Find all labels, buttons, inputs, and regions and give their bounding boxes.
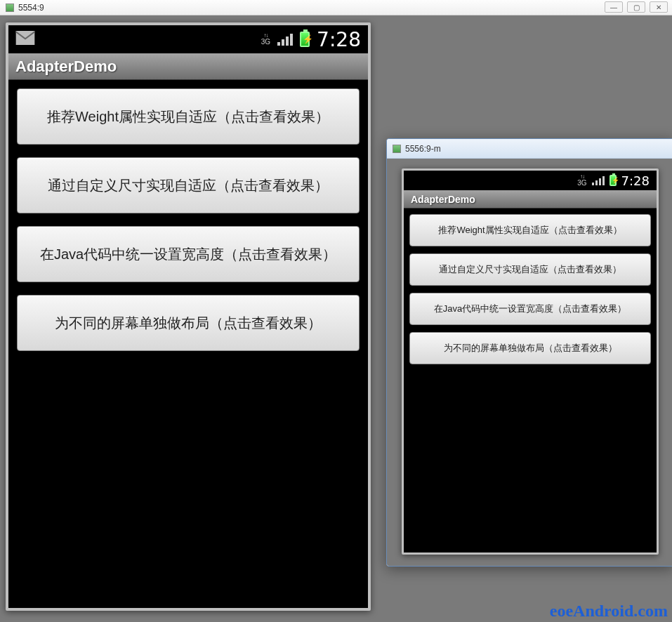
option-button-javacode[interactable]: 在Java代码中统一设置宽高度（点击查看效果） — [17, 226, 360, 282]
option-label: 为不同的屏幕单独做布局（点击查看效果） — [444, 342, 617, 355]
desktop-area: ↑↓ 3G ⚡ 7:28 AdapterDemo 推荐Weight属性实现自适应… — [0, 15, 672, 622]
emulator-small: ↑↓ 3G ⚡ 7:28 AdapterDemo 推荐Weight属性实现自适应… — [402, 168, 659, 555]
signal-bars-icon — [592, 176, 605, 185]
app-title-text: AdapterDemo — [411, 194, 475, 205]
status-clock: 7:28 — [317, 28, 361, 51]
network-3g-icon: ↑↓ 3G — [261, 33, 270, 46]
app-content-small: 推荐Weight属性实现自适应（点击查看效果） 通过自定义尺寸实现自适应（点击查… — [404, 209, 657, 370]
minimize-button[interactable]: — — [605, 1, 623, 13]
option-label: 推荐Weight属性实现自适应（点击查看效果） — [47, 107, 329, 126]
mail-icon — [15, 31, 35, 48]
main-window-title: 5554:9 — [18, 3, 44, 13]
option-label: 在Java代码中统一设置宽高度（点击查看效果） — [40, 245, 336, 264]
battery-icon: ⚡ — [300, 32, 310, 47]
status-clock-small: 7:28 — [621, 173, 650, 188]
option-button-customsize[interactable]: 通过自定义尺寸实现自适应（点击查看效果） — [409, 253, 651, 286]
network-3g-icon: ↑↓ 3G — [577, 174, 586, 187]
android-status-bar: ↑↓ 3G ⚡ 7:28 — [8, 25, 368, 53]
option-label: 推荐Weight属性实现自适应（点击查看效果） — [438, 224, 621, 237]
battery-icon: ⚡ — [610, 175, 617, 186]
secondary-window-body: ↑↓ 3G ⚡ 7:28 AdapterDemo 推荐Weight属性实现自适应… — [387, 159, 672, 566]
close-button[interactable]: ✕ — [650, 1, 668, 13]
android-status-bar-small: ↑↓ 3G ⚡ 7:28 — [404, 171, 657, 190]
option-button-separate-layout[interactable]: 为不同的屏幕单独做布局（点击查看效果） — [17, 295, 360, 351]
secondary-window-title: 5556:9-m — [405, 144, 441, 154]
signal-bars-icon — [277, 33, 293, 46]
option-label: 为不同的屏幕单独做布局（点击查看效果） — [55, 314, 322, 333]
option-button-customsize[interactable]: 通过自定义尺寸实现自适应（点击查看效果） — [17, 157, 360, 213]
option-label: 在Java代码中统一设置宽高度（点击查看效果） — [434, 303, 626, 315]
option-button-weight[interactable]: 推荐Weight属性实现自适应（点击查看效果） — [409, 214, 651, 246]
app-title-text: AdapterDemo — [15, 58, 117, 76]
option-button-javacode[interactable]: 在Java代码中统一设置宽高度（点击查看效果） — [409, 293, 651, 325]
watermark-text: eoeAndroid.com — [550, 602, 668, 621]
option-label: 通过自定义尺寸实现自适应（点击查看效果） — [439, 263, 621, 276]
maximize-button[interactable]: ▢ — [627, 1, 645, 13]
app-title-bar: AdapterDemo — [8, 53, 368, 80]
option-label: 通过自定义尺寸实现自适应（点击查看效果） — [48, 176, 329, 195]
app-icon — [393, 145, 401, 153]
option-button-separate-layout[interactable]: 为不同的屏幕单独做布局（点击查看效果） — [409, 332, 651, 364]
app-icon — [6, 4, 14, 12]
secondary-window: 5556:9-m ↑↓ 3G ⚡ 7:28 AdapterDemo — [386, 138, 672, 567]
secondary-window-titlebar: 5556:9-m — [387, 139, 672, 159]
app-title-bar-small: AdapterDemo — [404, 190, 657, 209]
emulator-large: ↑↓ 3G ⚡ 7:28 AdapterDemo 推荐Weight属性实现自适应… — [6, 22, 371, 611]
option-button-weight[interactable]: 推荐Weight属性实现自适应（点击查看效果） — [17, 88, 360, 145]
app-content: 推荐Weight属性实现自适应（点击查看效果） 通过自定义尺寸实现自适应（点击查… — [8, 80, 368, 359]
main-window-titlebar: 5554:9 — ▢ ✕ — [0, 0, 672, 15]
